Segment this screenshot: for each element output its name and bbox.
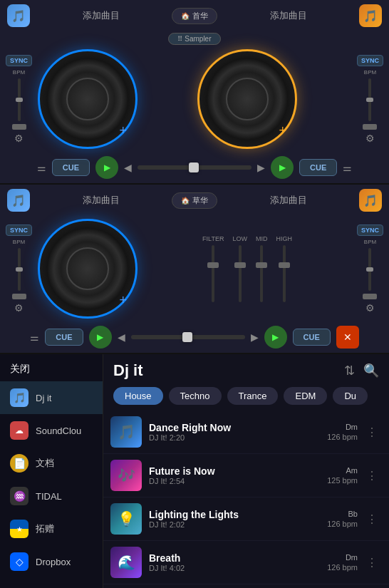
sidebar-item-soundcloud[interactable]: ☁ SoundClou: [0, 414, 103, 447]
track-bpm-2: 125 bpm: [327, 476, 358, 485]
deck-1-turntable[interactable]: +: [38, 49, 138, 149]
mixer-low-fader[interactable]: [239, 245, 242, 302]
deck-1-add-left[interactable]: 添加曲目: [83, 9, 120, 22]
deck-1-crossfader-track[interactable]: [138, 165, 251, 170]
deck-1-settings-right[interactable]: ⚌: [343, 162, 352, 173]
deck-2-crossfader-track[interactable]: [131, 335, 245, 339]
deck-1-settings-left[interactable]: ⚌: [37, 162, 46, 173]
deck-2-turntable-inner: [66, 247, 109, 290]
track-bpm-1: 126 bpm: [327, 433, 358, 441]
library-close-btn[interactable]: 关闭: [0, 354, 103, 381]
deck-1-crossfader-thumb: [189, 163, 199, 172]
track-item-1[interactable]: 🎵 Dance Right Now DJ It! 2:20 Dm 126 bpm…: [103, 411, 389, 454]
deck-1-sync-btn-right[interactable]: SYNC: [357, 55, 383, 66]
deck-2-skip-right[interactable]: ▶: [251, 331, 259, 343]
deck-1-cue-right[interactable]: CUE: [299, 159, 337, 176]
track-item-4[interactable]: 🌊 Breath DJ It! 4:02 Dm 126 bpm ⋮: [103, 541, 389, 584]
deck-2-cue-left[interactable]: CUE: [45, 329, 83, 346]
deck-2-eq-icon-right[interactable]: ⚙: [365, 302, 375, 314]
deck-2-turntable[interactable]: +: [38, 219, 138, 319]
deck-2-play-left[interactable]: ▶: [89, 326, 112, 349]
genre-tab-techno[interactable]: Techno: [169, 387, 222, 405]
mixer-mid-thumb: [256, 262, 267, 268]
deck-1-knob[interactable]: [12, 124, 26, 130]
deck-2-close-btn[interactable]: ✕: [336, 326, 359, 349]
deck-2-bpm-label-right: BPM: [364, 239, 376, 245]
mixer-filter-fader[interactable]: [212, 245, 214, 302]
deck-1-skip-right[interactable]: ▶: [257, 162, 265, 173]
deck-1-bpm-slider-right[interactable]: [368, 78, 371, 121]
deck-2-sync-btn-right[interactable]: SYNC: [357, 225, 383, 236]
track-more-btn-3[interactable]: ⋮: [365, 512, 379, 526]
deck-1-add-right[interactable]: 添加曲目: [270, 9, 307, 22]
track-artist-4: DJ It! 4:02: [149, 564, 320, 572]
track-art-dance: 🎵: [110, 416, 142, 448]
deck-2-cue-right[interactable]: CUE: [293, 329, 331, 346]
deck-1-cue-left[interactable]: CUE: [52, 159, 90, 176]
search-icon-btn[interactable]: 🔍: [363, 363, 379, 378]
mixer-low: LOW: [232, 235, 247, 302]
deck-2-knob-right[interactable]: [363, 294, 377, 299]
deck-1-play-left[interactable]: ▶: [95, 156, 118, 179]
deck-2-add-left[interactable]: 添加曲目: [83, 194, 120, 207]
deck-2-crossfader-thumb: [182, 332, 192, 342]
deck-1-right-area: +: [143, 49, 351, 149]
mixer-high-fader[interactable]: [283, 245, 286, 302]
deck-1-crossfader: ⚌ CUE ▶ ◀ ▶ ▶ CUE ⚌: [0, 152, 389, 183]
deck-1-eq-icon-right[interactable]: ⚙: [365, 133, 375, 144]
track-item-2[interactable]: 🎶 Future is Now DJ It! 2:54 Am 125 bpm ⋮: [103, 454, 389, 497]
genre-tab-house[interactable]: House: [113, 387, 163, 405]
deck-1-play-right[interactable]: ▶: [271, 156, 294, 179]
genre-tab-trance[interactable]: Trance: [227, 387, 279, 405]
sidebar-item-sponsor[interactable]: ★ 拓赠: [0, 512, 103, 545]
sidebar-icon-sponsor: ★: [10, 520, 28, 538]
deck-1-turntable-right[interactable]: +: [197, 49, 297, 149]
sort-icon-btn[interactable]: ⇅: [344, 363, 355, 378]
deck-2-center-btn[interactable]: 🏠 草华: [172, 192, 217, 209]
deck-1: 🎵 添加曲目 🏠 首华 添加曲目 🎵 ⠿ Sampler SYNC BPM ⚙ …: [0, 0, 389, 185]
track-more-btn-1[interactable]: ⋮: [365, 425, 379, 439]
track-more-btn-4[interactable]: ⋮: [365, 556, 379, 569]
deck-2-play-right[interactable]: ▶: [264, 326, 287, 349]
sidebar-item-djit[interactable]: 🎵 Dj it: [0, 381, 103, 414]
deck-1-sync-btn[interactable]: SYNC: [6, 55, 32, 66]
deck-1-plus[interactable]: +: [120, 123, 128, 138]
track-title-3: Lighting the Lights: [149, 509, 320, 520]
deck-2-right-controls: SYNC BPM ⚙: [357, 225, 383, 314]
sampler-btn[interactable]: ⠿ Sampler: [168, 33, 220, 45]
deck-1-turntable-right-inner: [226, 78, 269, 120]
deck-2-settings-left[interactable]: ⚌: [30, 331, 39, 343]
sidebar-item-tidal[interactable]: ♒ TIDAL: [0, 480, 103, 512]
track-meta-1: Dm 126 bpm: [327, 423, 358, 441]
deck-2-add-right[interactable]: 添加曲目: [270, 194, 307, 207]
track-art-future: 🎶: [110, 460, 142, 491]
deck-1-right-plus[interactable]: +: [279, 123, 286, 138]
sidebar-item-docs[interactable]: 📄 文档: [0, 447, 103, 480]
deck-2-bpm-slider[interactable]: [18, 248, 21, 291]
sidebar-item-dropbox[interactable]: ◇ Dropbox: [0, 545, 103, 578]
deck-1-bpm-slider[interactable]: [18, 78, 21, 121]
deck-1-skip-left[interactable]: ◀: [124, 162, 132, 173]
genre-tabs: House Techno Trance EDM Du: [103, 384, 389, 411]
track-more-btn-2[interactable]: ⋮: [365, 469, 379, 483]
track-key-3: Bb: [348, 510, 358, 518]
deck-2-sync-btn[interactable]: SYNC: [6, 225, 32, 236]
track-key-2: Am: [346, 466, 358, 475]
mixer-mid-fader[interactable]: [260, 245, 263, 302]
mixer-high: HIGH: [276, 235, 292, 302]
deck-1-eq-icon[interactable]: ⚙: [14, 133, 24, 144]
genre-tab-du[interactable]: Du: [333, 387, 368, 405]
mixer-filter: FILTER: [202, 235, 224, 302]
deck-2-plus[interactable]: +: [120, 293, 128, 308]
deck-2-bpm-slider-right[interactable]: [368, 248, 371, 291]
deck-1-knob-right[interactable]: [363, 124, 377, 130]
deck-1-center-btn[interactable]: 🏠 首华: [172, 8, 217, 24]
track-info-1: Dance Right Now DJ It! 2:20: [149, 422, 320, 442]
deck-2-skip-left[interactable]: ◀: [118, 331, 125, 343]
genre-tab-edm[interactable]: EDM: [284, 387, 327, 405]
deck-1-right-controls: SYNC BPM ⚙: [357, 55, 383, 144]
track-key-1: Dm: [346, 423, 358, 431]
deck-2-knob[interactable]: [12, 294, 26, 299]
deck-2-eq-icon[interactable]: ⚙: [14, 302, 24, 314]
track-item-3[interactable]: 💡 Lighting the Lights DJ It! 2:02 Bb 126…: [103, 497, 389, 541]
